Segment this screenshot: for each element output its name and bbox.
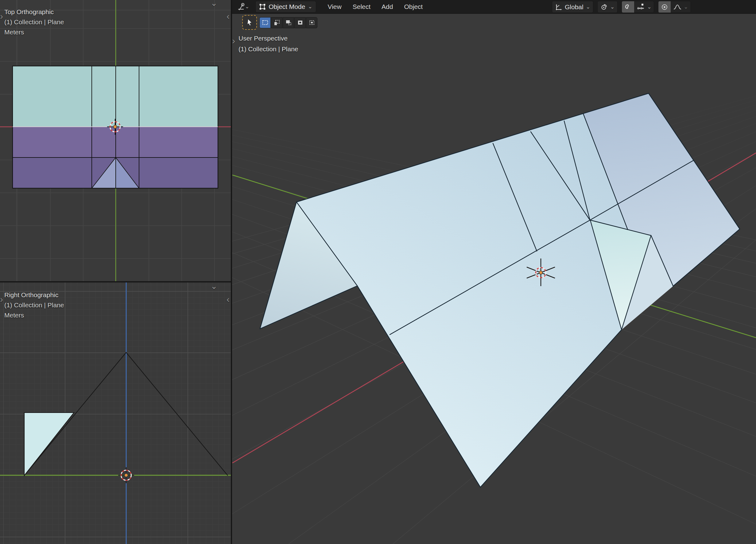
main-scene [232,0,756,544]
menu-select[interactable]: Select [348,1,375,12]
right-ortho-scene [0,282,231,544]
chevron-down-icon: ⌄ [610,6,614,9]
pivot-icon [600,3,608,11]
proportional-icon [661,3,668,11]
breadcrumb: (1) Collection | Plane [238,45,298,53]
orientation-axes-icon [555,3,562,11]
unit-label: Meters [4,311,24,319]
left-viewport-column: Top Orthographic (1) Collection | Plane … [0,0,231,544]
viewport-header: ⌄ Object Mode ⌄ View Select Add Object [232,0,756,14]
viewport-top-orthographic[interactable]: Top Orthographic (1) Collection | Plane … [0,0,231,281]
falloff-dropdown[interactable]: ⌄ [671,1,690,13]
chevron-down-icon: ⌄ [647,6,651,9]
orientation-label: Global [565,3,583,11]
sidebar-expand-icon[interactable]: ‹ [227,295,230,304]
select-mode-extend-button[interactable] [271,17,282,28]
breadcrumb: (1) Collection | Plane [4,301,64,309]
toolbar-expand-icon[interactable]: › [0,295,3,304]
chevron-down-icon: ⌄ [308,5,312,8]
menu-bar: View Select Add Object [324,1,427,12]
viewport-title: User Perspective [238,34,288,42]
3d-cursor [118,467,134,483]
select-box-invert-icon [297,20,304,26]
select-box-extend-icon [273,20,280,26]
toolbar-expand-icon[interactable]: › [232,36,235,45]
viewport-main-perspective[interactable]: ⌄ Object Mode ⌄ View Select Add Object [232,0,756,544]
select-box-new-icon [262,20,269,26]
breadcrumb: (1) Collection | Plane [4,18,64,26]
top-ortho-scene [0,0,231,281]
editor-3d-viewport-icon [237,3,245,11]
chevron-down-icon[interactable]: ⌄ [211,283,217,289]
chevron-down-icon: ⌄ [245,5,249,8]
sidebar-expand-icon[interactable]: ‹ [227,12,230,21]
menu-object[interactable]: Object [400,1,427,12]
select-box-intersect-icon [308,20,315,26]
select-mode-subtract-button[interactable] [283,17,294,28]
snap-cluster: ⌄ [622,1,654,13]
falloff-curve-icon [673,3,682,11]
transform-orientation-dropdown[interactable]: Global ⌄ [552,1,593,13]
header-right-cluster: Global ⌄ ⌄ [552,1,691,13]
toolbar-expand-icon[interactable]: › [0,12,3,21]
snap-toggle-button[interactable] [622,1,634,13]
select-mode-invert-button[interactable] [294,17,306,28]
pivot-point-dropdown[interactable]: ⌄ [597,1,618,13]
chevron-down-icon: ⌄ [586,6,590,9]
magnet-icon [624,3,632,11]
menu-add[interactable]: Add [377,1,397,12]
active-tool-tweak-button[interactable] [242,15,257,30]
chevron-down-icon: ⌄ [684,6,688,9]
select-mode-group [259,17,317,28]
snap-increment-icon [637,3,645,11]
viewport-right-orthographic[interactable]: Right Orthographic (1) Collection | Plan… [0,282,231,544]
editor-type-button[interactable]: ⌄ [235,2,251,12]
tweak-cursor-icon [246,18,253,26]
mode-label: Object Mode [269,3,305,10]
axis-lines [0,0,231,281]
menu-view[interactable]: View [324,1,346,12]
viewport-title: Right Orthographic [4,291,58,299]
proportional-edit-cluster: ⌄ [658,1,691,13]
mode-dropdown[interactable]: Object Mode ⌄ [255,1,316,13]
select-box-subtract-icon [285,20,292,26]
select-mode-new-button[interactable] [259,17,271,28]
chevron-down-icon[interactable]: ⌄ [211,0,217,6]
blender-window: Top Orthographic (1) Collection | Plane … [0,0,756,544]
proportional-toggle-button[interactable] [658,1,671,13]
viewport-title: Top Orthographic [4,8,54,16]
unit-label: Meters [4,28,24,36]
snap-with-dropdown[interactable]: ⌄ [634,1,654,13]
select-mode-intersect-button[interactable] [306,17,317,28]
object-mode-icon [259,3,266,10]
